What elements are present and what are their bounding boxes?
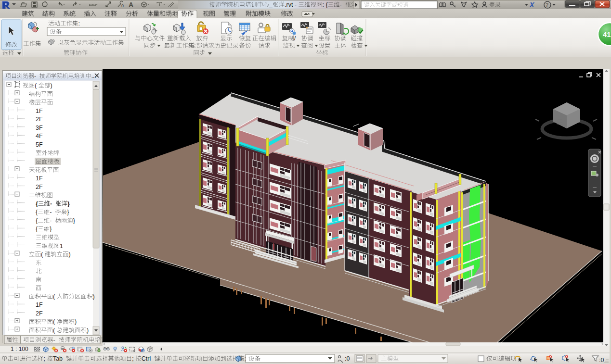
svg-text:}: } [67,201,70,207]
svg-text:Tab: Tab [53,355,63,362]
svg-text:1F: 1F [36,301,43,308]
svg-text:}: } [50,226,52,232]
svg-text:: {: : { [323,1,328,8]
svg-text:0: 0 [121,3,124,8]
svg-text:4F: 4F [36,133,43,139]
svg-text:-: - [50,201,52,207]
svg-text:}: } [73,217,75,224]
svg-text:1 : 100: 1 : 100 [11,346,28,352]
svg-text:{: { [36,217,38,224]
svg-text::: : [78,20,80,27]
svg-text:-: - [34,73,36,79]
svg-text:/: / [294,35,296,42]
svg-text:-: - [50,209,52,215]
svg-text:{: { [36,226,38,232]
svg-text:{: { [36,201,38,207]
svg-text:): ) [69,251,71,258]
svg-text:2F: 2F [36,310,43,317]
svg-text:-: - [53,337,55,343]
svg-text::0: :0 [345,355,350,362]
svg-text:;: ; [44,355,45,362]
svg-text:1: 1 [60,243,63,250]
svg-text:X: X [529,1,535,9]
svg-text:?: ? [546,2,548,8]
svg-text:1F: 1F [36,175,43,182]
svg-text:2F: 2F [36,116,43,123]
svg-text:2F: 2F [36,184,43,190]
svg-text:3F: 3F [36,125,43,131]
svg-text::0: :0 [599,357,604,364]
svg-text:41: 41 [603,30,611,38]
svg-text:.rvt -: .rvt - [285,1,297,8]
svg-text:5F: 5F [36,141,43,148]
svg-text:Ctrl: Ctrl [142,355,151,362]
svg-text:): ) [87,327,89,334]
svg-text:1F: 1F [36,108,43,114]
svg-text:): ) [93,293,95,300]
svg-text:): ) [51,82,52,89]
svg-text:}: } [67,209,69,215]
svg-text:-: - [50,217,52,224]
svg-text:-: - [340,1,342,8]
svg-text:_: _ [269,1,273,8]
svg-text:A: A [129,1,133,9]
svg-text:): ) [75,318,77,325]
svg-text:;: ; [132,355,133,362]
svg-text:{: { [36,209,38,215]
